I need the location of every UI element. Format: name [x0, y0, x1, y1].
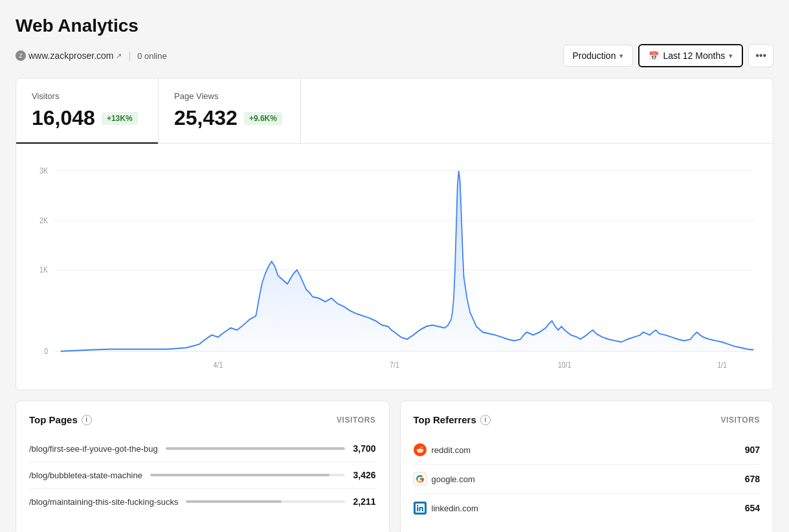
page-bar-container-1	[166, 447, 346, 450]
visitors-value: 16,048	[32, 106, 95, 130]
site-avatar: Z	[16, 50, 26, 61]
chart-svg: 3K 2K 1K 0 4/1 7/1 10/1 1/1	[29, 157, 760, 383]
table-row: /blog/maintaining-this-site-fucking-suck…	[29, 489, 376, 515]
row-left: /blog/maintaining-this-site-fucking-suck…	[29, 497, 353, 507]
row-left: /blog/bubbletea-state-machine	[29, 471, 353, 480]
referrer-left-linkedin: linkedin.com	[414, 502, 499, 515]
header-row: Z www.zackproser.com ↗ | 0 online Produc…	[16, 44, 773, 67]
row-left: /blog/first-see-if-youve-got-the-bug	[29, 444, 353, 454]
svg-text:4/1: 4/1	[214, 360, 223, 369]
top-referrers-header: Top Referrers i VISITORS	[414, 414, 761, 425]
top-referrers-title-group: Top Referrers i	[414, 414, 491, 425]
referrer-row-linkedin: linkedin.com 654	[414, 494, 761, 522]
table-row: /blog/first-see-if-youve-got-the-bug 3,7…	[29, 436, 376, 462]
date-range-label: Last 12 Months	[663, 50, 725, 61]
page-path-1: /blog/first-see-if-youve-got-the-bug	[29, 444, 158, 454]
top-referrers-col-label: VISITORS	[720, 416, 760, 425]
top-referrers-info-icon[interactable]: i	[480, 415, 491, 425]
pageviews-value: 25,432	[174, 106, 238, 130]
visitors-stat-box[interactable]: Visitors 16,048 +13K%	[16, 78, 159, 143]
referrer-value-google: 678	[745, 474, 760, 484]
more-icon: •••	[755, 50, 766, 61]
top-pages-table: /blog/first-see-if-youve-got-the-bug 3,7…	[29, 436, 376, 515]
pageviews-badge: +9.6K%	[244, 112, 282, 125]
site-link[interactable]: Z www.zackproser.com ↗	[16, 50, 122, 61]
page-path-2: /blog/bubbletea-state-machine	[29, 471, 142, 480]
chart-area: 3K 2K 1K 0 4/1 7/1 10/1 1/1	[16, 144, 773, 390]
referrer-row-google: google.com 678	[414, 465, 761, 494]
referrer-name-reddit: reddit.com	[432, 445, 471, 455]
production-label: Production	[573, 50, 616, 61]
date-range-button[interactable]: 📅 Last 12 Months ▾	[638, 44, 743, 67]
top-pages-label: Top Pages	[29, 414, 78, 425]
svg-text:0: 0	[44, 348, 48, 356]
table-row: /blog/bubbletea-state-machine 3,426	[29, 462, 376, 489]
bottom-section: Top Pages i VISITORS /blog/first-see-if-…	[16, 401, 773, 532]
page-bar-container-3	[186, 500, 345, 503]
reddit-icon	[414, 443, 427, 456]
production-button[interactable]: Production ▾	[563, 45, 634, 67]
referrer-name-linkedin: linkedin.com	[432, 504, 478, 513]
referrer-name-google: google.com	[432, 474, 475, 484]
visitors-label: Visitors	[32, 91, 142, 101]
svg-text:1/1: 1/1	[717, 360, 727, 369]
pageviews-label: Page Views	[174, 91, 285, 101]
page-bar-2	[150, 474, 329, 476]
pageviews-value-row: 25,432 +9.6K%	[174, 106, 285, 130]
svg-text:1K: 1K	[39, 266, 48, 274]
page-bar-container-2	[150, 474, 346, 476]
svg-text:3K: 3K	[39, 167, 48, 175]
header-right: Production ▾ 📅 Last 12 Months ▾ •••	[563, 44, 773, 67]
chevron-down-icon-date: ▾	[729, 52, 733, 60]
top-pages-card: Top Pages i VISITORS /blog/first-see-if-…	[16, 401, 390, 532]
pageviews-stat-box[interactable]: Page Views 25,432 +9.6K%	[159, 78, 301, 143]
separator: |	[128, 50, 131, 61]
more-button[interactable]: •••	[748, 44, 773, 67]
google-icon	[414, 472, 427, 485]
external-link-icon: ↗	[116, 52, 122, 60]
page-bar-3	[186, 500, 282, 503]
referrer-left-reddit: reddit.com	[414, 443, 492, 456]
svg-text:10/1: 10/1	[558, 360, 572, 369]
visitors-badge: +13K%	[102, 112, 138, 125]
top-pages-col-label: VISITORS	[337, 416, 376, 425]
site-url: www.zackproser.com	[28, 50, 113, 61]
top-pages-header: Top Pages i VISITORS	[29, 414, 376, 425]
stats-row: Visitors 16,048 +13K% Page Views 25,432 …	[16, 78, 773, 144]
page-bar-1	[166, 447, 346, 450]
top-pages-title-group: Top Pages i	[29, 414, 92, 425]
page-path-3: /blog/maintaining-this-site-fucking-suck…	[29, 497, 178, 507]
top-pages-info-icon[interactable]: i	[82, 415, 92, 425]
page-container: Web Analytics Z www.zackproser.com ↗ | 0…	[0, 0, 789, 532]
calendar-icon: 📅	[649, 51, 659, 61]
top-referrers-label: Top Referrers	[414, 414, 476, 425]
page-value-3: 2,211	[353, 496, 375, 507]
linkedin-icon	[414, 502, 427, 515]
svg-text:2K: 2K	[39, 216, 48, 225]
top-referrers-table: reddit.com 907 google.com	[414, 436, 761, 522]
page-value-2: 3,426	[353, 470, 375, 480]
referrer-left-google: google.com	[414, 472, 496, 485]
page-value-1: 3,700	[353, 443, 375, 454]
stats-chart-card: Visitors 16,048 +13K% Page Views 25,432 …	[16, 78, 773, 390]
top-referrers-card: Top Referrers i VISITORS reddit.com	[400, 401, 774, 532]
referrer-value-linkedin: 654	[745, 503, 760, 513]
page-title: Web Analytics	[16, 16, 773, 36]
header-left: Z www.zackproser.com ↗ | 0 online	[16, 50, 167, 61]
online-count: 0 online	[137, 51, 167, 61]
referrer-value-reddit: 907	[745, 445, 760, 455]
svg-text:7/1: 7/1	[390, 360, 399, 369]
referrer-row-reddit: reddit.com 907	[414, 436, 761, 465]
chevron-down-icon: ▾	[619, 52, 623, 60]
visitors-value-row: 16,048 +13K%	[32, 106, 142, 130]
